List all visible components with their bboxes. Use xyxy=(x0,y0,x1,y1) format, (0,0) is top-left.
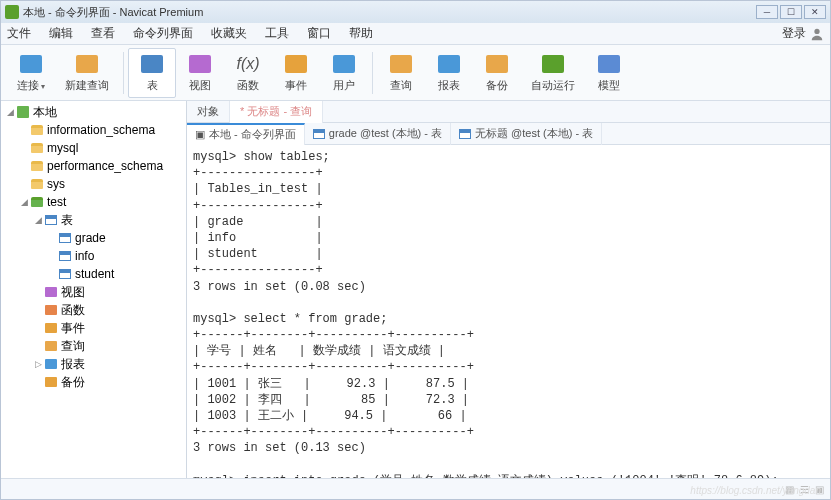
toolbar-自动运行[interactable]: 自动运行 xyxy=(521,48,585,98)
tree-label: performance_schema xyxy=(47,159,163,173)
menu-cli[interactable]: 命令列界面 xyxy=(133,25,193,42)
tree-icon xyxy=(44,375,58,389)
tree-table-grade[interactable]: grade xyxy=(1,229,186,247)
tree-db-mysql[interactable]: mysql xyxy=(1,139,186,157)
toolbar-用户[interactable]: 用户 xyxy=(320,48,368,98)
svg-point-0 xyxy=(814,28,819,33)
toolbar-表[interactable]: 表 xyxy=(128,48,176,98)
tree-label: mysql xyxy=(47,141,78,155)
tree-icon xyxy=(44,285,58,299)
tree-folder-视图[interactable]: 视图 xyxy=(1,283,186,301)
tree-folder-事件[interactable]: 事件 xyxy=(1,319,186,337)
新建查询-icon xyxy=(75,52,99,76)
toolbar-查询[interactable]: 查询 xyxy=(377,48,425,98)
tree-label: 表 xyxy=(61,212,73,229)
表-icon xyxy=(140,53,164,76)
toolbar-label: 用户 xyxy=(333,78,355,93)
tree-connection[interactable]: ◢本地 xyxy=(1,103,186,121)
subtab-object[interactable]: 对象 xyxy=(187,101,230,123)
toolbar-模型[interactable]: 模型 xyxy=(585,48,633,98)
tree-label: 备份 xyxy=(61,374,85,391)
subtab-query[interactable]: * 无标题 - 查询 xyxy=(230,101,323,123)
tree-icon xyxy=(30,195,44,209)
toolbar-连接[interactable]: 连接 xyxy=(7,48,55,98)
toolbar-函数[interactable]: f(x)函数 xyxy=(224,48,272,98)
tree-label: information_schema xyxy=(47,123,155,137)
连接-icon xyxy=(19,52,43,76)
报表-icon xyxy=(437,52,461,76)
toolbar-label: 新建查询 xyxy=(65,78,109,93)
menu-file[interactable]: 文件 xyxy=(7,25,31,42)
close-button[interactable]: ✕ xyxy=(804,5,826,19)
doctab-untitled[interactable]: 无标题 @test (本地) - 表 xyxy=(451,123,602,145)
toolbar: 连接新建查询表视图f(x)函数事件用户查询报表备份自动运行模型 xyxy=(1,45,830,101)
tree-label: test xyxy=(47,195,66,209)
tree-icon xyxy=(30,123,44,137)
tree-icon xyxy=(44,213,58,227)
menu-window[interactable]: 窗口 xyxy=(307,25,331,42)
app-icon xyxy=(5,5,19,19)
模型-icon xyxy=(597,52,621,76)
tree-db-sys[interactable]: sys xyxy=(1,175,186,193)
tree-icon xyxy=(44,357,58,371)
toolbar-label: 自动运行 xyxy=(531,78,575,93)
tree-label: 报表 xyxy=(61,356,85,373)
window-title: 本地 - 命令列界面 - Navicat Premium xyxy=(23,5,756,20)
maximize-button[interactable]: ☐ xyxy=(780,5,802,19)
toolbar-新建查询[interactable]: 新建查询 xyxy=(55,48,119,98)
login-button[interactable]: 登录 xyxy=(782,25,824,42)
tree-label: 本地 xyxy=(33,104,57,121)
toolbar-label: 视图 xyxy=(189,78,211,93)
tree-table-info[interactable]: info xyxy=(1,247,186,265)
info-panel-icon[interactable]: ▣ xyxy=(815,484,824,495)
函数-icon: f(x) xyxy=(236,52,260,76)
menu-bar: 文件 编辑 查看 命令列界面 收藏夹 工具 窗口 帮助 登录 xyxy=(1,23,830,45)
toolbar-备份[interactable]: 备份 xyxy=(473,48,521,98)
tree-icon xyxy=(16,105,30,119)
menu-view[interactable]: 查看 xyxy=(91,25,115,42)
table-icon xyxy=(313,129,325,139)
tree-icon xyxy=(30,159,44,173)
tree-folder-查询[interactable]: 查询 xyxy=(1,337,186,355)
tree-icon xyxy=(44,321,58,335)
toolbar-label: 备份 xyxy=(486,78,508,93)
tree-icon xyxy=(44,339,58,353)
tree-icon xyxy=(30,141,44,155)
tree-folder-报表[interactable]: ▷报表 xyxy=(1,355,186,373)
doctab-cli[interactable]: ▣本地 - 命令列界面 xyxy=(187,123,305,145)
tree-icon xyxy=(58,249,72,263)
menu-favorites[interactable]: 收藏夹 xyxy=(211,25,247,42)
tree-label: 视图 xyxy=(61,284,85,301)
tree-tables-folder[interactable]: ◢表 xyxy=(1,211,186,229)
terminal-output[interactable]: mysql> show tables; +----------------+ |… xyxy=(187,145,830,478)
toolbar-label: 报表 xyxy=(438,78,460,93)
toolbar-label: 模型 xyxy=(598,78,620,93)
toolbar-报表[interactable]: 报表 xyxy=(425,48,473,98)
tree-folder-函数[interactable]: 函数 xyxy=(1,301,186,319)
toolbar-事件[interactable]: 事件 xyxy=(272,48,320,98)
toolbar-label: 事件 xyxy=(285,78,307,93)
toolbar-视图[interactable]: 视图 xyxy=(176,48,224,98)
tree-icon xyxy=(58,231,72,245)
table-icon xyxy=(459,129,471,139)
window-controls: ─ ☐ ✕ xyxy=(756,5,826,19)
menu-help[interactable]: 帮助 xyxy=(349,25,373,42)
tree-db-performance_schema[interactable]: performance_schema xyxy=(1,157,186,175)
sub-tabs: 对象 * 无标题 - 查询 xyxy=(187,101,830,123)
minimize-button[interactable]: ─ xyxy=(756,5,778,19)
tree-table-student[interactable]: student xyxy=(1,265,186,283)
用户-icon xyxy=(332,52,356,76)
menu-edit[interactable]: 编辑 xyxy=(49,25,73,42)
tree-db-test[interactable]: ◢test xyxy=(1,193,186,211)
tree-folder-备份[interactable]: 备份 xyxy=(1,373,186,391)
menu-tools[interactable]: 工具 xyxy=(265,25,289,42)
toolbar-label: 表 xyxy=(147,78,158,93)
doctab-grade[interactable]: grade @test (本地) - 表 xyxy=(305,123,451,145)
自动运行-icon xyxy=(541,52,565,76)
grid-view-icon[interactable]: ▦ xyxy=(785,484,794,495)
detail-view-icon[interactable]: ☰ xyxy=(800,484,809,495)
tree-label: 事件 xyxy=(61,320,85,337)
sidebar-tree[interactable]: ◢本地information_schemamysqlperformance_sc… xyxy=(1,101,187,478)
tree-label: student xyxy=(75,267,114,281)
tree-db-information_schema[interactable]: information_schema xyxy=(1,121,186,139)
